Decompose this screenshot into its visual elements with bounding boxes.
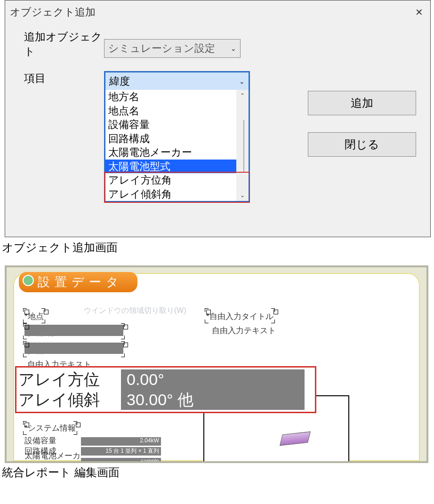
close-button[interactable]: 閉じる xyxy=(308,132,416,157)
city-chip[interactable]: 京都 xyxy=(24,343,123,354)
sysinfo-key: 太陽電池メーカー xyxy=(24,450,81,463)
loc-label: *地点 xyxy=(24,312,44,321)
caption-report: 統合レポート 編集画面 xyxy=(2,465,434,480)
dropdown-item[interactable]: 回路構成 xyxy=(105,132,249,146)
dropdown-item[interactable]: 太陽電池型式 xyxy=(105,160,249,174)
array-tilt-value[interactable]: 30.00° 他 xyxy=(121,390,305,410)
report-editor: 設置データ ウインドウの領域切り取り(W) *地点 京都府 京都 自由入力テキス… xyxy=(5,265,428,463)
item-dropdown: 地方名地点名設備容量回路構成太陽電池メーカー太陽電池型式アレイ方位角アレイ傾斜角… xyxy=(104,90,250,202)
add-button-label: 追加 xyxy=(351,96,373,111)
add-button[interactable]: 追加 xyxy=(308,91,416,115)
array-azimuth-label: アレイ方位 xyxy=(18,370,121,389)
item-combobox[interactable]: 緯度 ⌄ xyxy=(104,71,250,90)
report-tab: 設置データ xyxy=(19,272,137,292)
sim-settings-value: シミュレーション設定 xyxy=(108,41,215,56)
sim-settings-combobox[interactable]: シミュレーション設定 ⌄ xyxy=(104,39,241,58)
report-tab-title: 設置データ xyxy=(38,275,123,289)
array-values-box: アレイ方位 0.00° アレイ傾斜 30.00° 他 xyxy=(15,366,316,413)
dropdown-item[interactable]: アレイ方位角 xyxy=(105,173,249,187)
scrollbar[interactable]: ⌃ ⌄ xyxy=(236,90,249,201)
scroll-up-icon[interactable]: ⌃ xyxy=(236,90,249,101)
sysinfo-value[interactable]: 2.04kW xyxy=(81,437,161,446)
dropdown-item[interactable]: 設備容量 xyxy=(105,118,249,132)
dropdown-item[interactable]: 地方名 xyxy=(105,90,249,104)
grid-icon xyxy=(23,275,34,286)
chevron-down-icon: ⌄ xyxy=(225,45,236,52)
array-tilt-label: アレイ傾斜 xyxy=(18,391,121,409)
free-text-right: 自由入力テキスト xyxy=(212,326,276,335)
sysinfo-value[interactable]: sample xyxy=(81,458,161,464)
dropdown-item[interactable]: 太陽電池メーカー xyxy=(105,145,249,160)
sysinfo-key: 設備容量 xyxy=(24,435,81,446)
close-button-label: 閉じる xyxy=(345,137,379,152)
array-azimuth-value[interactable]: 0.00° xyxy=(121,369,305,390)
sysinfo-row: 太陽電池メーカーsample xyxy=(24,456,161,463)
caption-dialog: オブジェクト追加画面 xyxy=(2,240,434,255)
pref-chip[interactable]: 京都府 xyxy=(24,325,123,336)
close-icon[interactable]: ✕ xyxy=(411,5,426,20)
scrollbar-thumb[interactable] xyxy=(243,120,244,172)
dialog-title: オブジェクト追加 xyxy=(10,5,96,19)
free-title-label: *自由入力タイトル xyxy=(206,312,273,321)
dropdown-item[interactable]: 地点名 xyxy=(105,104,249,118)
add-object-dialog: オブジェクト追加 ✕ 追加オブジェクト シミュレーション設定 ⌄ 項目 緯度 ⌄… xyxy=(5,0,431,237)
dropdown-item[interactable]: アレイ傾斜角 xyxy=(105,187,249,201)
sysinfo-row: 設備容量2.04kW xyxy=(24,435,161,446)
sysinfo-label: *システム情報 xyxy=(24,424,76,432)
item-combobox-value: 緯度 xyxy=(109,74,130,88)
chevron-down-icon: ⌄ xyxy=(233,78,245,85)
item-dropdown-list: 地方名地点名設備容量回路構成太陽電池メーカー太陽電池型式アレイ方位角アレイ傾斜角 xyxy=(105,90,249,201)
label-add-object: 追加オブジェクト xyxy=(24,30,104,59)
sysinfo-value[interactable]: 15 台 1 並列 × 1 直列 xyxy=(81,447,161,456)
scroll-down-icon[interactable]: ⌄ xyxy=(236,190,249,201)
dialog-titlebar: オブジェクト追加 ✕ xyxy=(5,0,430,24)
label-item: 項目 xyxy=(24,71,104,86)
